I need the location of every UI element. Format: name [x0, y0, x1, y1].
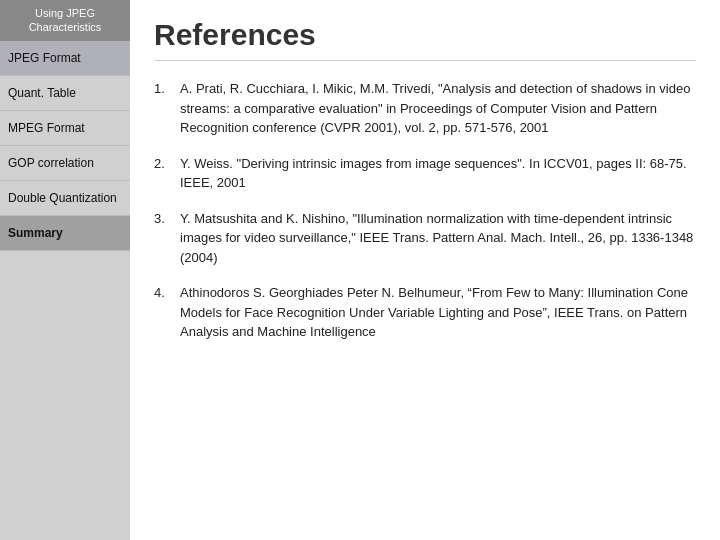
ref-number: 3.	[154, 209, 180, 268]
ref-text: Y. Weiss. "Deriving intrinsic images fro…	[180, 154, 696, 193]
ref-item: 4.Athinodoros S. Georghiades Peter N. Be…	[154, 283, 696, 342]
sidebar: Using JPEG Characteristics JPEG FormatQu…	[0, 0, 130, 540]
sidebar-item-gop-correlation[interactable]: GOP correlation	[0, 146, 130, 181]
ref-number: 1.	[154, 79, 180, 138]
ref-text: Athinodoros S. Georghiades Peter N. Belh…	[180, 283, 696, 342]
ref-text: A. Prati, R. Cucchiara, I. Mikic, M.M. T…	[180, 79, 696, 138]
sidebar-item-quant-table[interactable]: Quant. Table	[0, 76, 130, 111]
main-content: References 1.A. Prati, R. Cucchiara, I. …	[130, 0, 720, 540]
ref-number: 2.	[154, 154, 180, 193]
ref-item: 2.Y. Weiss. "Deriving intrinsic images f…	[154, 154, 696, 193]
sidebar-item-mpeg-format[interactable]: MPEG Format	[0, 111, 130, 146]
sidebar-item-jpeg-format[interactable]: JPEG Format	[0, 41, 130, 76]
sidebar-item-summary[interactable]: Summary	[0, 216, 130, 251]
sidebar-header: Using JPEG Characteristics	[0, 0, 130, 41]
references-list: 1.A. Prati, R. Cucchiara, I. Mikic, M.M.…	[154, 79, 696, 342]
ref-text: Y. Matsushita and K. Nishino, "Illuminat…	[180, 209, 696, 268]
ref-item: 1.A. Prati, R. Cucchiara, I. Mikic, M.M.…	[154, 79, 696, 138]
page-title: References	[154, 18, 696, 61]
ref-item: 3.Y. Matsushita and K. Nishino, "Illumin…	[154, 209, 696, 268]
ref-number: 4.	[154, 283, 180, 342]
sidebar-item-double-quantization[interactable]: Double Quantization	[0, 181, 130, 216]
